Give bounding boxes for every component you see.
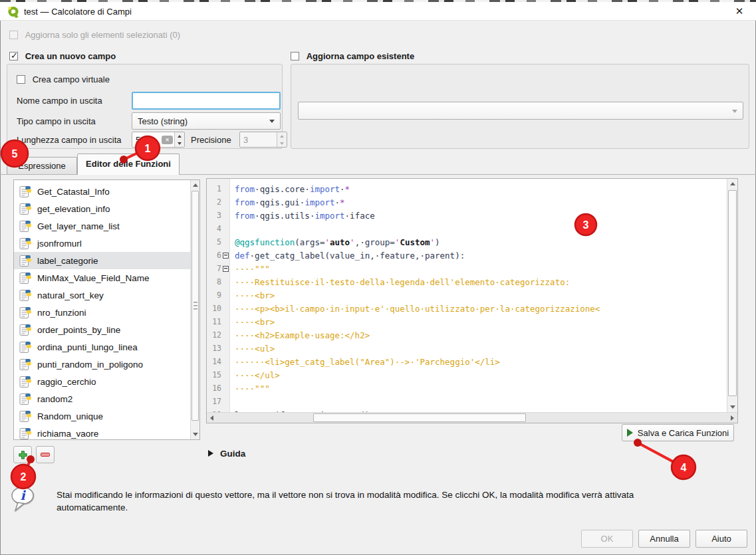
create-new-field-checkbox[interactable]: Crea un nuovo campo — [9, 51, 116, 61]
function-name: order_points_by_line — [37, 325, 120, 335]
field-name-input[interactable] — [132, 92, 281, 110]
code-line-8: 8····Restituisce·il·testo·della·legenda·… — [207, 275, 727, 288]
line-number: 8 — [207, 277, 221, 286]
python-file-icon — [19, 289, 31, 302]
function-list-item[interactable]: jsonfromurl — [14, 235, 190, 252]
precision-value: 3 — [240, 135, 277, 145]
function-list-scrollbar[interactable] — [190, 180, 199, 439]
line-number: 4 — [207, 224, 221, 233]
code-editor[interactable]: 1from·qgis.core·import·*2from·qgis.gui·i… — [206, 178, 738, 423]
python-file-icon — [19, 203, 31, 215]
cancel-label: Annulla — [650, 534, 678, 544]
tab-label: Espressione — [18, 161, 66, 171]
python-file-icon — [19, 427, 31, 440]
function-list-item[interactable]: natural_sort_key — [14, 286, 190, 304]
scroll-down-icon[interactable] — [193, 433, 198, 436]
function-list-item[interactable]: Random_unique — [14, 407, 190, 425]
new-field-group: Crea campo virtuale Nome campo in uscita… — [7, 64, 283, 149]
python-file-icon — [19, 220, 31, 233]
scrollbar-thumb[interactable] — [728, 190, 737, 396]
help-button[interactable]: Aiuto — [695, 530, 747, 548]
code-text: ····""" — [230, 384, 270, 393]
existing-field-combobox — [298, 102, 743, 120]
code-line-5: 5@qgsfunction(args='auto',·group='Custom… — [207, 235, 727, 249]
function-list-item[interactable]: label_categorie — [14, 252, 190, 269]
code-text: ····<br> — [230, 290, 275, 300]
function-list-item[interactable]: ordina_punti_lungo_linea — [14, 338, 190, 356]
info-bubble-icon: i — [9, 485, 37, 516]
scroll-right-icon[interactable] — [731, 415, 734, 421]
code-text: ····Restituisce·il·testo·della·legenda·d… — [230, 277, 570, 287]
function-list-item[interactable]: nro_funzioni — [14, 304, 190, 321]
help-section-label: Guida — [220, 449, 245, 459]
tab-editor-funzioni[interactable]: Editor delle Funzioni — [77, 154, 180, 175]
remove-function-button[interactable] — [36, 446, 55, 463]
fold-collapse-icon[interactable] — [221, 253, 230, 259]
function-list-item[interactable]: random2 — [14, 390, 190, 407]
function-list-item[interactable]: MinMax_Value_Field_Name — [14, 269, 190, 286]
update-existing-label: Aggiorna campo esistente — [307, 51, 415, 61]
code-line-10: 10····<p><b>il·campo·in·input·e'·quello·… — [207, 302, 727, 315]
function-list-item[interactable]: raggio_cerchio — [14, 373, 190, 390]
function-list-item[interactable]: order_points_by_line — [14, 321, 190, 338]
function-list-items: Get_Catastal_Infoget_elevation_infoGet_l… — [14, 181, 190, 439]
line-number: 14 — [207, 357, 221, 366]
code-text: from·qgis.gui·import·* — [230, 197, 345, 207]
add-function-button[interactable] — [13, 446, 32, 463]
field-type-label: Tipo campo in uscita — [17, 116, 96, 126]
checkbox-box[interactable] — [9, 52, 18, 60]
python-file-icon — [19, 185, 31, 198]
line-number: 16 — [207, 384, 221, 393]
function-list-item[interactable]: punti_random_in_poligono — [14, 356, 190, 373]
line-number: 6 — [207, 251, 221, 260]
cancel-button[interactable]: Annulla — [638, 530, 690, 548]
spin-arrows[interactable] — [174, 132, 184, 147]
scroll-up-icon[interactable] — [193, 183, 198, 187]
scroll-left-icon[interactable] — [210, 415, 213, 421]
close-icon[interactable]: ✕ — [731, 3, 748, 19]
function-list-item[interactable]: Get_Catastal_Info — [14, 183, 190, 200]
editor-hscrollbar[interactable] — [207, 412, 737, 423]
help-label: Aiuto — [711, 534, 731, 544]
save-load-functions-button[interactable]: Salva e Carica Funzioni — [622, 424, 734, 441]
fold-collapse-icon[interactable] — [221, 266, 230, 272]
scroll-down-icon[interactable] — [730, 405, 735, 409]
code-text: from·qgis.core·import·* — [230, 184, 350, 194]
field-length-spinbox[interactable]: 50 — [132, 132, 185, 148]
line-number: 5 — [207, 237, 221, 247]
svg-text:2: 2 — [21, 471, 27, 483]
code-area[interactable]: 1from·qgis.core·import·*2from·qgis.gui·i… — [207, 179, 727, 412]
update-existing-group — [291, 64, 749, 149]
save-load-label: Salva e Carica Funzioni — [638, 428, 729, 438]
code-text: def·get_catg_label(value_in,·feature,·pa… — [230, 251, 465, 261]
ok-button[interactable]: OK — [581, 530, 633, 548]
field-calculator-dialog: test — Calcolatore di Campi ✕ Aggiorna s… — [0, 0, 756, 555]
only-selected-label: Aggiorna solo gli elementi selezionati (… — [25, 30, 180, 40]
virtual-field-checkbox[interactable]: Crea campo virtuale — [17, 74, 110, 84]
function-list[interactable]: Get_Catastal_Infoget_elevation_infoGet_l… — [13, 179, 200, 440]
scroll-up-icon[interactable] — [730, 182, 735, 185]
svg-text:4: 4 — [681, 462, 687, 473]
scrollbar-thumb[interactable] — [313, 413, 526, 422]
checkbox-box[interactable] — [291, 52, 299, 60]
line-number: 17 — [207, 397, 221, 406]
function-list-item[interactable]: Get_layer_name_list — [14, 217, 190, 235]
spin-down-icon[interactable] — [175, 140, 184, 147]
spin-up-icon[interactable] — [175, 132, 184, 140]
function-list-item[interactable]: get_elevation_info — [14, 200, 190, 217]
checkbox-box[interactable] — [17, 75, 25, 84]
tab-espressione[interactable]: Espressione — [7, 157, 77, 174]
help-section-toggle[interactable]: Guida — [208, 447, 245, 459]
editor-vscrollbar[interactable] — [727, 179, 737, 412]
function-name: get_elevation_info — [37, 204, 110, 214]
update-existing-checkbox[interactable]: Aggiorna campo esistente — [291, 51, 414, 61]
minus-icon — [41, 453, 50, 457]
code-line-14: 14······<li>get_catg_label("Area")·->·'P… — [207, 355, 727, 368]
field-type-combobox[interactable]: Testo (string) — [132, 112, 281, 130]
function-list-item[interactable]: richiama_vaore — [14, 425, 190, 440]
function-name: Random_unique — [37, 411, 103, 421]
scrollbar-thumb[interactable] — [191, 191, 199, 421]
line-number: 15 — [207, 370, 221, 380]
clear-value-icon[interactable] — [162, 136, 173, 144]
qgis-logo-icon — [7, 5, 20, 18]
